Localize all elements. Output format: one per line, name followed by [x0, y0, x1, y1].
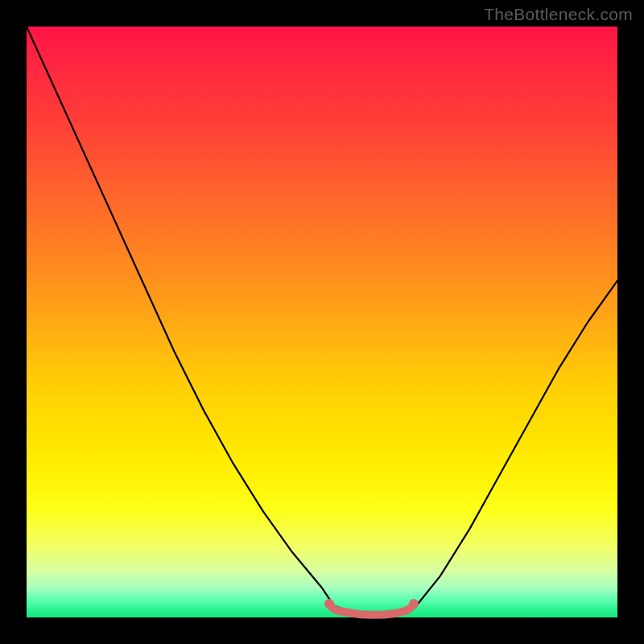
highlight-end-right	[409, 599, 419, 609]
highlight-end-left	[324, 599, 334, 609]
plot-area	[27, 27, 617, 617]
chart-frame: TheBottleneck.com	[0, 0, 644, 644]
bottleneck-curve-line	[27, 27, 617, 614]
watermark-text: TheBottleneck.com	[484, 5, 633, 24]
curve-svg	[27, 27, 617, 617]
minimum-highlight	[329, 604, 414, 615]
